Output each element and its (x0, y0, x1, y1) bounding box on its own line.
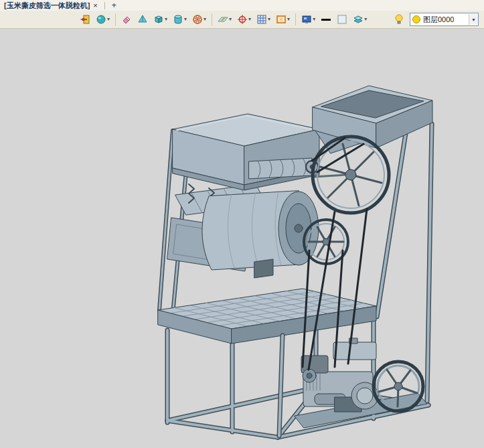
solid-pyramid-icon[interactable] (135, 11, 150, 28)
3d-viewport[interactable] (0, 29, 484, 448)
chevron-down-icon[interactable]: ▾ (287, 17, 290, 22)
chevron-down-icon[interactable]: ▾ (165, 17, 167, 22)
threshing-drum (202, 191, 319, 278)
thresher-model (158, 86, 432, 437)
document-tab-bar: [玉米撕皮筛选一体脱粒机] × + (0, 0, 484, 11)
toolbar-separator (295, 13, 296, 25)
layer-color-swatch (412, 15, 420, 23)
feed-housing (173, 114, 319, 190)
line-width-icon[interactable] (319, 11, 333, 28)
datum-grid-icon[interactable]: ▾ (254, 11, 272, 28)
cylinder-feature-icon[interactable]: ▾ (171, 11, 189, 28)
chevron-down-icon[interactable]: ▾ (229, 17, 232, 22)
engine-flywheel (374, 362, 423, 411)
sketch-plane-icon[interactable]: ▾ (216, 11, 234, 28)
screen-deck (158, 289, 376, 344)
exit-sketch-icon[interactable] (78, 11, 92, 28)
feed-auger (249, 158, 318, 179)
new-tab-button[interactable]: + (109, 1, 119, 10)
tab-close-icon[interactable]: × (93, 2, 97, 9)
chevron-down-icon[interactable]: ▾ (107, 17, 110, 22)
front-leg (279, 335, 283, 436)
blank-plane-icon[interactable] (335, 11, 349, 28)
light-bulb-icon[interactable] (392, 11, 406, 28)
chevron-down-icon[interactable]: ▾ (364, 17, 367, 22)
layer-combo[interactable]: 图层0000 ▼ (410, 13, 479, 26)
document-tab-title: [玉米撕皮筛选一体脱粒机] (4, 1, 90, 11)
wireframe-sphere-icon[interactable]: ▾ (190, 11, 208, 28)
layer-controls: 图层0000 ▼ (392, 11, 479, 28)
display-monitor-icon[interactable]: ▾ (299, 11, 317, 28)
document-tab[interactable]: [玉米撕皮筛选一体脱粒机] × (1, 0, 100, 11)
layer-combo-value: 图层0000 (423, 15, 454, 25)
boundary-frame-icon[interactable]: ▾ (274, 11, 292, 28)
shade-layers-icon[interactable]: ▾ (351, 11, 369, 28)
main-toolbar: ▾ ▾ ▾ ▾ ▾ ▾ ▾ ▾ ▾ (0, 11, 484, 29)
chevron-down-icon[interactable]: ▾ (204, 17, 206, 22)
combo-dropdown-arrow[interactable]: ▼ (469, 14, 478, 25)
chevron-down-icon[interactable]: ▾ (313, 17, 315, 22)
toolbar-separator (115, 13, 116, 25)
chevron-down-icon[interactable]: ▾ (248, 17, 251, 22)
chevron-down-icon[interactable]: ▾ (268, 17, 270, 22)
locate-target-icon[interactable]: ▾ (235, 11, 253, 28)
tab-divider (104, 2, 105, 9)
toolbar-separator (212, 13, 212, 25)
eraser-icon[interactable] (119, 11, 134, 28)
box-feature-icon[interactable]: ▾ (151, 11, 169, 28)
machine-canvas (0, 29, 484, 448)
chevron-down-icon[interactable]: ▾ (184, 17, 187, 22)
large-drive-pulley (313, 137, 389, 213)
sphere-render-icon[interactable]: ▾ (94, 11, 112, 28)
